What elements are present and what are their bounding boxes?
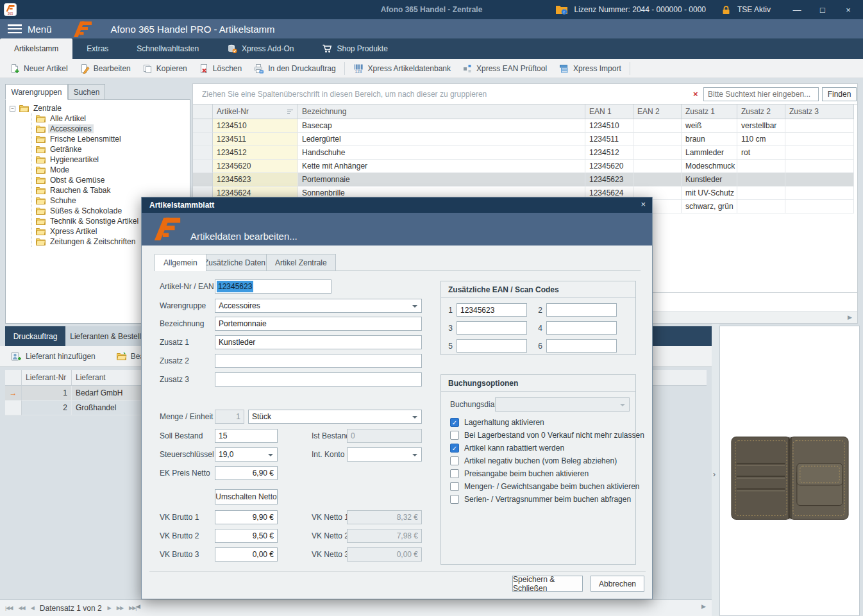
checkbox[interactable]: [450, 469, 459, 478]
einheit-combobox[interactable]: Stück: [248, 410, 422, 424]
tree-item-rauchen-tabak[interactable]: Rauchen & Tabak: [32, 185, 190, 196]
zusatz1-input[interactable]: [215, 335, 422, 349]
search-input[interactable]: [703, 87, 819, 101]
vk-brutto-input[interactable]: [215, 510, 278, 524]
tree-item-hygieneartikel[interactable]: Hygieneartikel: [32, 154, 190, 165]
tab-warengruppen[interactable]: Warengruppen: [5, 84, 68, 100]
booking-option[interactable]: ✓Lagerhaltung aktivieren: [441, 416, 635, 429]
dialog-tab-allgemein[interactable]: Allgemein: [155, 254, 206, 271]
xpress-import-button[interactable]: Xpress Import: [553, 60, 627, 77]
nav-last-icon[interactable]: ▶▶|: [129, 605, 136, 611]
buchungsdialog-combobox[interactable]: [495, 397, 630, 412]
checkbox[interactable]: [450, 456, 459, 465]
xpress-artikeldatenbank-button[interactable]: 123Xpress Artikeldatenbank: [348, 60, 457, 77]
ean-code-input[interactable]: [457, 303, 527, 317]
booking-option[interactable]: Preisangabe beim buchen aktivieren: [441, 467, 635, 480]
nav-first-icon[interactable]: |◀◀: [5, 605, 12, 611]
tab-extras[interactable]: Extras: [72, 38, 122, 59]
column-header-ean-2[interactable]: EAN 2: [633, 104, 682, 119]
ean-code-input[interactable]: [546, 339, 617, 353]
column-header-bezeichnung[interactable]: Bezeichnung: [298, 104, 585, 119]
ek-preis-netto-input[interactable]: [215, 466, 278, 480]
table-row[interactable]: 12345620Kette mit Anhänger12345620Modesc…: [193, 160, 854, 173]
column-header-zusatz-1[interactable]: Zusatz 1: [682, 104, 737, 119]
tree-item-obst-gemüse[interactable]: Obst & Gemüse: [32, 175, 190, 185]
splitter-arrow-icon[interactable]: ›: [713, 470, 716, 479]
maximize-button[interactable]: □: [813, 5, 832, 15]
checkbox[interactable]: ✓: [450, 444, 459, 453]
save-close-button[interactable]: Speichern & Schließen: [512, 576, 583, 592]
tree-item-getränke[interactable]: Getränke: [32, 144, 190, 154]
tree-item-accessoires[interactable]: Accessoires: [32, 124, 190, 134]
ist-bestand-input[interactable]: [347, 429, 422, 443]
umschalten-netto-button[interactable]: Umschalten Netto: [215, 489, 278, 504]
tab-shop-produkte[interactable]: Shop Produkte: [308, 38, 401, 59]
checkbox[interactable]: ✓: [450, 418, 459, 427]
minimize-button[interactable]: —: [787, 5, 807, 15]
booking-option[interactable]: Mengen- / Gewichtsangabe beim buchen akt…: [441, 480, 635, 493]
ean-code-input[interactable]: [546, 303, 617, 317]
hamburger-menu-icon[interactable]: [8, 24, 22, 33]
tree-collapse-icon[interactable]: −: [10, 106, 15, 112]
column-header-ean-1[interactable]: EAN 1: [585, 104, 633, 119]
tab-suchen[interactable]: Suchen: [68, 84, 105, 100]
soll-bestand-input[interactable]: [215, 429, 278, 443]
search-clear-icon[interactable]: ×: [693, 89, 698, 99]
table-row[interactable]: 1234510Basecap1234510weißverstellbar: [193, 119, 854, 133]
find-button[interactable]: Finden: [822, 87, 857, 101]
zusatz3-input[interactable]: [215, 372, 422, 387]
column-header-zusatz-2[interactable]: Zusatz 2: [737, 104, 785, 119]
nav-next-page-icon[interactable]: ▶▶: [117, 605, 123, 611]
checkbox[interactable]: [450, 431, 459, 440]
steuerschluessel-combobox[interactable]: 19,0: [215, 447, 278, 462]
kopieren-button[interactable]: Kopieren: [137, 60, 193, 77]
table-row[interactable]: 1234511Ledergürtel1234511braun110 cm: [193, 133, 854, 146]
ean-code-input[interactable]: [457, 339, 527, 353]
nav-prev-page-icon[interactable]: ◀◀: [18, 605, 24, 611]
column-header-artikel-nr[interactable]: Artikel-Nr: [213, 104, 298, 119]
zusatz2-input[interactable]: [215, 354, 422, 368]
nav-prev-icon[interactable]: ◀: [31, 605, 34, 611]
table-row[interactable]: 1234512Handschuhe1234512Lammlederrot: [193, 146, 854, 160]
add-supplier-button[interactable]: Lieferant hinzufügen: [5, 348, 101, 365]
tree-item-alle-artikel[interactable]: Alle Artikel: [32, 113, 190, 124]
panel-splitter[interactable]: ›: [712, 324, 719, 616]
artikel-nr-input[interactable]: 12345623: [215, 279, 331, 294]
tree-item-frische-lebensmittel[interactable]: Frische Lebensmittel: [32, 134, 190, 144]
vk-netto-input[interactable]: [347, 510, 422, 524]
group-by-bar[interactable]: Ziehen Sie eine Spaltenüberschrift in di…: [193, 84, 857, 104]
table-row[interactable]: 12345623Portemonnaie12345623Kunstleder: [193, 173, 854, 187]
booking-option[interactable]: Bei Lagerbestand von 0 Verkauf nicht meh…: [441, 429, 635, 442]
tab-schnellwahltasten[interactable]: Schnellwahltasten: [122, 38, 213, 59]
checkbox[interactable]: [450, 495, 459, 504]
scroll-left-icon[interactable]: ◀: [136, 603, 140, 610]
scroll-right-icon[interactable]: ▶: [701, 603, 706, 610]
vk-netto-input[interactable]: [347, 547, 422, 562]
int-konto-combobox[interactable]: [347, 447, 422, 462]
menge-input[interactable]: [215, 410, 244, 424]
nav-next-icon[interactable]: ▶: [108, 605, 111, 611]
close-button[interactable]: ×: [839, 5, 858, 15]
booking-option[interactable]: Serien- / Vertragsnummer beim buchen abf…: [441, 493, 635, 506]
vk-brutto-input[interactable]: [215, 547, 278, 562]
column-header-lieferant-nr[interactable]: Lieferant-Nr: [22, 370, 72, 386]
tree-item-mode[interactable]: Mode: [32, 165, 190, 175]
tree-item-zentrale[interactable]: − Zentrale: [10, 103, 190, 113]
ean-code-input[interactable]: [546, 321, 617, 335]
neuer-artikel-button[interactable]: Neuer Artikel: [4, 60, 74, 77]
tab-lieferanten-bestellungen[interactable]: Lieferanten & Bestellu: [65, 326, 150, 346]
dialog-tab-zusaetzliche-daten[interactable]: Zusätzliche Daten: [195, 254, 274, 271]
löschen-button[interactable]: Löschen: [193, 60, 247, 77]
tab-druckauftrag[interactable]: Druckauftrag: [5, 326, 65, 346]
column-header-zusatz-3[interactable]: Zusatz 3: [785, 104, 854, 119]
bezeichnung-input[interactable]: [215, 317, 422, 331]
dialog-close-button[interactable]: ×: [641, 199, 646, 209]
checkbox[interactable]: [450, 482, 459, 491]
ean-code-input[interactable]: [457, 321, 527, 335]
bearbeiten-button[interactable]: Bearbeiten: [74, 60, 137, 77]
vk-brutto-input[interactable]: [215, 529, 278, 543]
tab-xpress-add-on[interactable]: Xpress Add-On: [213, 38, 308, 59]
vk-netto-input[interactable]: [347, 529, 422, 543]
booking-option[interactable]: ✓Artikel kann rabattiert werden: [441, 442, 635, 454]
cancel-button[interactable]: Abbrechen: [591, 576, 644, 592]
